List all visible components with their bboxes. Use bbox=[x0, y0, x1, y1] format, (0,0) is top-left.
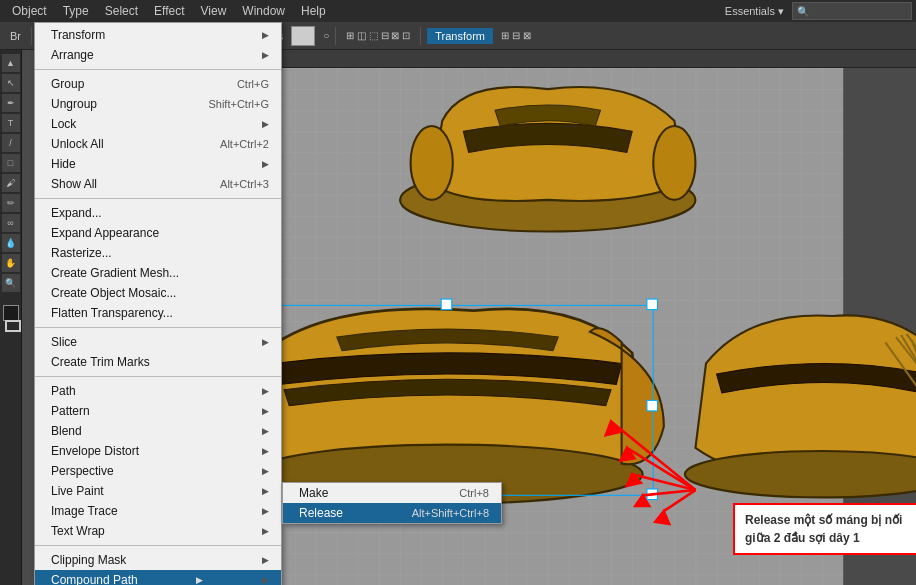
submenu-make[interactable]: Make Ctrl+8 bbox=[283, 483, 501, 503]
menu-help[interactable]: Help bbox=[293, 2, 334, 20]
blend-tool[interactable]: ∞ bbox=[2, 214, 20, 232]
object-dropdown-menu: Transform Arrange GroupCtrl+G UngroupShi… bbox=[34, 22, 282, 585]
menu-ungroup[interactable]: UngroupShift+Ctrl+G bbox=[35, 94, 281, 114]
menu-lock[interactable]: Lock bbox=[35, 114, 281, 134]
fill-color[interactable] bbox=[3, 305, 19, 321]
divider-2 bbox=[35, 198, 281, 199]
pencil-tool[interactable]: ✏ bbox=[2, 194, 20, 212]
menu-show-all[interactable]: Show AllAlt+Ctrl+3 bbox=[35, 174, 281, 194]
divider-4 bbox=[35, 376, 281, 377]
menu-slice[interactable]: Slice bbox=[35, 332, 281, 352]
stroke-color[interactable] bbox=[5, 320, 21, 332]
style-swatch[interactable] bbox=[291, 26, 315, 46]
divider-3 bbox=[35, 327, 281, 328]
line-tool[interactable]: / bbox=[2, 134, 20, 152]
menu-unlock-all[interactable]: Unlock AllAlt+Ctrl+2 bbox=[35, 134, 281, 154]
menu-envelope-distort[interactable]: Envelope Distort bbox=[35, 441, 281, 461]
toolbar-separator-4 bbox=[420, 27, 421, 45]
menu-clipping-mask[interactable]: Clipping Mask bbox=[35, 550, 281, 570]
menu-flatten-transparency[interactable]: Flatten Transparency... bbox=[35, 303, 281, 323]
dropdown-container: Transform Arrange GroupCtrl+G UngroupShi… bbox=[34, 22, 282, 585]
menu-path[interactable]: Path bbox=[35, 381, 281, 401]
menu-group[interactable]: GroupCtrl+G bbox=[35, 74, 281, 94]
main-layout: ▲ ↖ ✒ T / □ 🖌 ✏ ∞ 💧 ✋ 🔍 120 bbox=[0, 50, 916, 585]
svg-point-3 bbox=[653, 126, 695, 200]
pen-tool[interactable]: ✒ bbox=[2, 94, 20, 112]
menu-section-5: Path Pattern Blend Envelope Distort Pers… bbox=[35, 379, 281, 543]
menu-expand[interactable]: Expand... bbox=[35, 203, 281, 223]
svg-point-15 bbox=[685, 451, 916, 497]
menu-bar: Object Type Select Effect View Window He… bbox=[0, 0, 916, 22]
select-tool[interactable]: ▲ bbox=[2, 54, 20, 72]
annotation-box: Release một số máng bị nối giữa 2 đầu sợ… bbox=[733, 503, 916, 555]
menu-create-object-mosaic[interactable]: Create Object Mosaic... bbox=[35, 283, 281, 303]
search-icon: 🔍 bbox=[797, 6, 809, 17]
menu-section-2: GroupCtrl+G UngroupShift+Ctrl+G Lock Unl… bbox=[35, 72, 281, 196]
zoom-tool[interactable]: 🔍 bbox=[2, 274, 20, 292]
hand-tool[interactable]: ✋ bbox=[2, 254, 20, 272]
menu-transform[interactable]: Transform bbox=[35, 25, 281, 45]
compound-path-submenu: Make Ctrl+8 Release Alt+Shift+Ctrl+8 bbox=[282, 482, 502, 524]
search-bar[interactable]: 🔍 bbox=[792, 2, 912, 20]
menu-window[interactable]: Window bbox=[234, 2, 293, 20]
toolbar-separator-3 bbox=[335, 27, 336, 45]
menu-section-3: Expand... Expand Appearance Rasterize...… bbox=[35, 201, 281, 325]
menu-compound-path[interactable]: Compound Path ▶ bbox=[35, 570, 281, 585]
transform-extra-icons: ⊞ ⊟ ⊠ bbox=[497, 28, 535, 43]
compound-path-arrow: ▶ bbox=[196, 575, 203, 585]
svg-rect-9 bbox=[647, 299, 658, 310]
menu-select[interactable]: Select bbox=[97, 2, 146, 20]
svg-rect-8 bbox=[441, 299, 452, 310]
essentials-label: Essentials ▾ bbox=[717, 5, 792, 18]
menu-expand-appearance[interactable]: Expand Appearance bbox=[35, 223, 281, 243]
eyedropper-tool[interactable]: 💧 bbox=[2, 234, 20, 252]
menu-live-paint[interactable]: Live Paint bbox=[35, 481, 281, 501]
type-tool[interactable]: T bbox=[2, 114, 20, 132]
divider-1 bbox=[35, 69, 281, 70]
transform-icons: ⊞ ◫ ⬚ ⊟ ⊠ ⊡ bbox=[342, 28, 414, 43]
circle-icon: ○ bbox=[323, 30, 329, 41]
menu-create-trim-marks[interactable]: Create Trim Marks bbox=[35, 352, 281, 372]
menu-arrange[interactable]: Arrange bbox=[35, 45, 281, 65]
svg-rect-11 bbox=[647, 400, 658, 411]
menu-type[interactable]: Type bbox=[55, 2, 97, 20]
menu-text-wrap[interactable]: Text Wrap bbox=[35, 521, 281, 541]
menu-rasterize[interactable]: Rasterize... bbox=[35, 243, 281, 263]
menu-view[interactable]: View bbox=[193, 2, 235, 20]
paintbrush-tool[interactable]: 🖌 bbox=[2, 174, 20, 192]
menu-effect[interactable]: Effect bbox=[146, 2, 192, 20]
annotation-text: Release một số máng bị nối giữa 2 đầu sợ… bbox=[745, 513, 902, 545]
menu-section-6: Clipping Mask Compound Path ▶ Artboards … bbox=[35, 548, 281, 585]
menu-object[interactable]: Object bbox=[4, 2, 55, 20]
menu-create-gradient-mesh[interactable]: Create Gradient Mesh... bbox=[35, 263, 281, 283]
menu-perspective[interactable]: Perspective bbox=[35, 461, 281, 481]
menu-section-1: Transform Arrange bbox=[35, 23, 281, 67]
menu-hide[interactable]: Hide bbox=[35, 154, 281, 174]
transform-button[interactable]: Transform bbox=[427, 28, 493, 44]
menu-image-trace[interactable]: Image Trace bbox=[35, 501, 281, 521]
menu-pattern[interactable]: Pattern bbox=[35, 401, 281, 421]
menu-blend[interactable]: Blend bbox=[35, 421, 281, 441]
rect-tool[interactable]: □ bbox=[2, 154, 20, 172]
toolbar-separator-1 bbox=[31, 27, 32, 45]
direct-select-tool[interactable]: ↖ bbox=[2, 74, 20, 92]
svg-point-4 bbox=[411, 126, 453, 200]
divider-5 bbox=[35, 545, 281, 546]
left-toolbar: ▲ ↖ ✒ T / □ 🖌 ✏ ∞ 💧 ✋ 🔍 bbox=[0, 50, 22, 585]
br-button[interactable]: Br bbox=[6, 28, 25, 44]
menu-section-4: Slice Create Trim Marks bbox=[35, 330, 281, 374]
submenu-release[interactable]: Release Alt+Shift+Ctrl+8 bbox=[283, 503, 501, 523]
